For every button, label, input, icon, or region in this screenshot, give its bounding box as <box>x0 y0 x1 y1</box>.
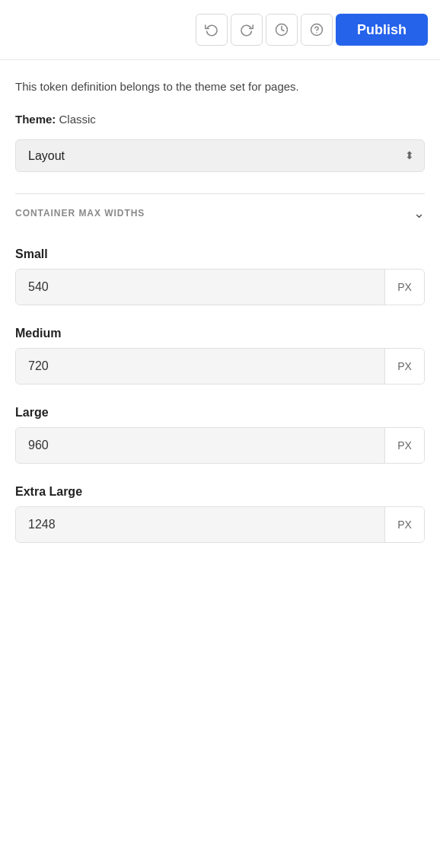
field-group-extra-large: Extra Large PX <box>15 485 425 543</box>
large-unit-label: PX <box>384 428 424 463</box>
main-content: This token definition belongs to the the… <box>0 60 440 595</box>
publish-button[interactable]: Publish <box>336 14 428 46</box>
small-unit-label: PX <box>384 270 424 305</box>
chevron-down-icon: ⌄ <box>413 205 425 222</box>
undo-button[interactable] <box>196 14 228 46</box>
extra-large-unit-label: PX <box>384 507 424 542</box>
redo-icon <box>240 23 253 37</box>
small-input-wrapper: PX <box>15 269 425 305</box>
layout-dropdown[interactable]: Layout Typography Colors Spacing <box>15 139 425 172</box>
section-title: CONTAINER MAX WIDTHS <box>15 208 145 219</box>
field-label-extra-large: Extra Large <box>15 485 425 499</box>
field-group-large: Large PX <box>15 406 425 464</box>
field-group-small: Small PX <box>15 247 425 305</box>
large-input-wrapper: PX <box>15 427 425 464</box>
small-input[interactable] <box>16 270 384 305</box>
history-icon <box>275 23 289 37</box>
field-label-medium: Medium <box>15 327 425 340</box>
description-text: This token definition belongs to the the… <box>15 78 425 96</box>
medium-input-wrapper: PX <box>15 348 425 385</box>
redo-button[interactable] <box>231 14 263 46</box>
large-input[interactable] <box>16 428 384 463</box>
extra-large-input[interactable] <box>16 507 384 542</box>
theme-value: Classic <box>59 113 96 126</box>
field-label-large: Large <box>15 406 425 420</box>
publish-label: Publish <box>357 22 407 38</box>
theme-line: Theme: Classic <box>15 113 425 126</box>
undo-icon <box>205 23 218 37</box>
help-icon <box>310 23 324 37</box>
medium-unit-label: PX <box>384 349 424 384</box>
field-group-medium: Medium PX <box>15 327 425 385</box>
theme-label: Theme: <box>15 113 56 126</box>
container-max-widths-section-header[interactable]: CONTAINER MAX WIDTHS ⌄ <box>15 193 425 232</box>
extra-large-input-wrapper: PX <box>15 506 425 543</box>
medium-input[interactable] <box>16 349 384 384</box>
toolbar: Publish <box>0 0 440 60</box>
help-button[interactable] <box>301 14 333 46</box>
history-button[interactable] <box>266 14 298 46</box>
field-label-small: Small <box>15 247 425 261</box>
layout-dropdown-wrapper: Layout Typography Colors Spacing ⬍ <box>15 139 425 172</box>
